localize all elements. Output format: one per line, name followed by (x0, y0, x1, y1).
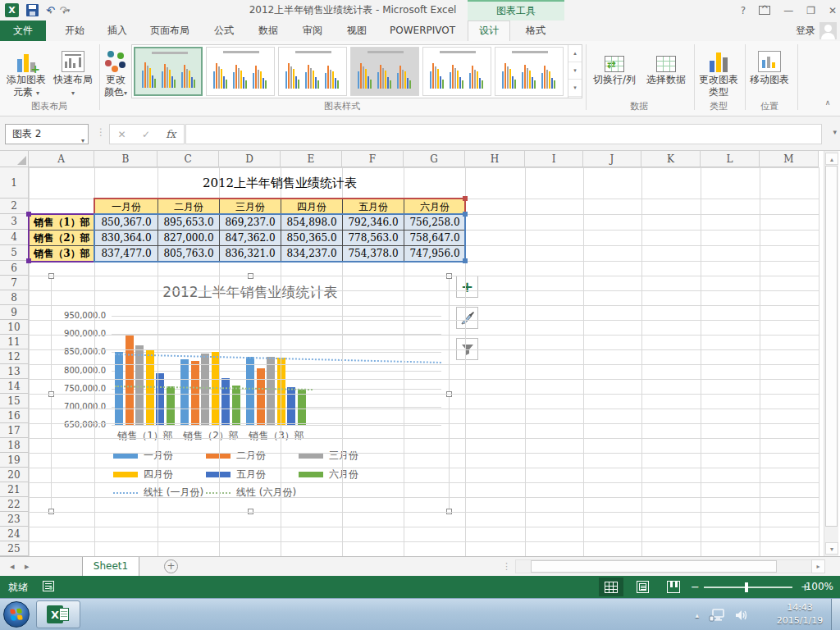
value-cell[interactable]: 758,647.0 (404, 230, 466, 246)
gallery-scroll-down[interactable]: ▾ (568, 62, 582, 80)
range-handle[interactable] (463, 258, 468, 263)
row-header-20[interactable]: 20 (0, 468, 29, 482)
range-handle[interactable] (26, 212, 31, 217)
worksheet[interactable]: 2012上半年销售业绩统计表 950,000.0900,000.0850,000… (0, 151, 840, 556)
row-header-22[interactable]: 22 (0, 497, 29, 512)
tab-POWERPIVOT[interactable]: POWERPIVOT (379, 21, 466, 41)
move-chart-button[interactable]: 移动图表 (748, 44, 791, 86)
chart-bar[interactable] (232, 386, 240, 425)
horizontal-scroll-thumb[interactable] (531, 560, 777, 573)
row-header-24[interactable]: 24 (0, 527, 29, 541)
legend-item[interactable]: 线性 (一月份) (113, 486, 212, 500)
row-header-6[interactable]: 6 (0, 261, 29, 276)
undo-button[interactable]: ↶▾ (46, 4, 52, 16)
hidden-icons-button[interactable]: ▴ (695, 611, 699, 619)
name-box[interactable]: 图表 2▾ (5, 124, 89, 144)
month-header-cell[interactable]: 一月份 (94, 199, 158, 215)
tab-页面布局[interactable]: 页面布局 (139, 21, 200, 41)
scroll-right-button[interactable]: ▸ (811, 559, 825, 573)
table-title-cell[interactable]: 2012上半年销售业绩统计表 (94, 167, 465, 199)
value-cell[interactable]: 756,258.0 (404, 214, 466, 231)
value-cell[interactable]: 834,237.0 (281, 245, 343, 262)
chart-bar[interactable] (287, 387, 295, 425)
switch-row-column-button[interactable]: ⇄ 切换行/列 (589, 44, 640, 86)
row-header-7[interactable]: 7 (0, 276, 29, 290)
month-header-cell[interactable]: 四月份 (281, 199, 343, 215)
formula-input[interactable] (185, 124, 822, 144)
chart-bar[interactable] (180, 359, 189, 425)
tab-审阅[interactable]: 审阅 (292, 21, 333, 41)
month-header-cell[interactable]: 二月份 (158, 199, 220, 215)
chart-bar[interactable] (298, 390, 306, 425)
close-button[interactable]: ✕ (829, 5, 837, 16)
zoom-slider-thumb[interactable] (745, 582, 748, 592)
tab-数据[interactable]: 数据 (248, 21, 289, 41)
gallery-more-button[interactable]: ▾ (568, 80, 582, 97)
row-header-13[interactable]: 13 (0, 364, 29, 379)
dept-name-cell[interactable]: 销售（2）部 (29, 230, 95, 246)
row-header-8[interactable]: 8 (0, 290, 29, 305)
gallery-scroll-up[interactable]: ▴ (568, 45, 582, 62)
help-button[interactable]: ? (741, 5, 746, 16)
row-header-14[interactable]: 14 (0, 379, 29, 394)
restore-button[interactable]: ❐ (806, 5, 815, 16)
chart-style-thumbnail[interactable] (206, 47, 275, 96)
row-header-2[interactable]: 2 (0, 199, 29, 214)
chart-style-thumbnail[interactable] (278, 47, 347, 96)
insert-function-button[interactable]: fx (166, 128, 176, 140)
add-chart-element-button[interactable]: + 添加图表元素 ▾ (3, 44, 49, 99)
row-header-17[interactable]: 17 (0, 423, 29, 438)
horizontal-scrollbar[interactable] (515, 559, 825, 573)
row-header-23[interactable]: 23 (0, 512, 29, 527)
page-layout-view-button[interactable] (630, 578, 655, 596)
sign-in-link[interactable]: 登录 (796, 21, 815, 41)
column-header-E[interactable]: E (281, 151, 342, 167)
quick-layout-button[interactable]: 快速布局 ▾ (51, 44, 95, 99)
tab-格式[interactable]: 格式 (515, 21, 556, 41)
range-handle[interactable] (463, 196, 468, 201)
legend-item[interactable]: 三月份 (299, 449, 389, 463)
excel-app-icon[interactable]: X (5, 3, 19, 17)
chart-title[interactable]: 2012上半年销售业绩统计表 (52, 283, 449, 302)
page-break-view-button[interactable] (661, 578, 686, 596)
vertical-scrollbar[interactable]: ▴ ▾ (824, 151, 838, 556)
chart-bar[interactable] (191, 361, 199, 425)
value-cell[interactable]: 854,898.0 (281, 214, 343, 231)
legend-item[interactable]: 四月份 (113, 468, 203, 482)
avatar[interactable] (819, 22, 837, 39)
row-header-25[interactable]: 25 (0, 541, 29, 556)
value-cell[interactable]: 869,237.0 (219, 214, 281, 231)
macro-record-icon[interactable] (43, 581, 54, 591)
ribbon-display-options-button[interactable]: ^ (759, 6, 770, 15)
column-header-M[interactable]: M (760, 151, 819, 167)
customize-qat-button[interactable]: ▾ (67, 7, 71, 14)
row-header-9[interactable]: 9 (0, 305, 29, 320)
column-header-J[interactable]: J (583, 151, 641, 167)
chart-style-thumbnail[interactable] (495, 47, 564, 96)
row-header-12[interactable]: 12 (0, 349, 29, 364)
column-header-L[interactable]: L (701, 151, 760, 167)
row-header-15[interactable]: 15 (0, 394, 29, 409)
chart-bar[interactable] (115, 352, 123, 425)
chart-bar[interactable] (221, 378, 230, 425)
formula-bar-expand-button[interactable]: ▾ (833, 128, 837, 136)
row-header-1[interactable]: 1 (0, 167, 29, 199)
zoom-out-button[interactable]: − (691, 581, 700, 593)
row-header-4[interactable]: 4 (0, 230, 29, 245)
collapse-ribbon-button[interactable]: ∧ (820, 98, 835, 112)
change-chart-type-button[interactable]: 更改图表类型 (697, 44, 740, 98)
range-handle[interactable] (26, 258, 31, 263)
zoom-level[interactable]: 100% (806, 581, 833, 592)
legend-item[interactable]: 线性 (六月份) (206, 486, 304, 500)
value-cell[interactable]: 836,321.0 (219, 245, 281, 262)
column-header-C[interactable]: C (158, 151, 219, 167)
sheet-tab-sheet1[interactable]: Sheet1 (82, 557, 139, 577)
column-header-F[interactable]: F (342, 151, 404, 167)
select-data-button[interactable]: 选择数据 (641, 44, 691, 86)
row-header-3[interactable]: 3 (0, 214, 29, 230)
legend-item[interactable]: 六月份 (299, 468, 389, 482)
redo-button[interactable]: ↷▾ (59, 4, 65, 16)
value-cell[interactable]: 754,378.0 (342, 245, 404, 262)
row-header-19[interactable]: 19 (0, 453, 29, 468)
column-header-B[interactable]: B (94, 151, 158, 167)
